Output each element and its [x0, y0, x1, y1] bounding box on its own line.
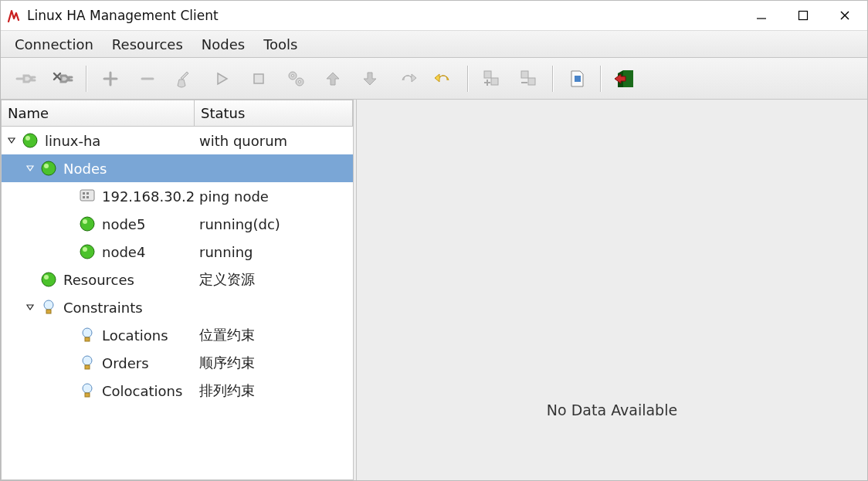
add-button[interactable]: [95, 63, 126, 94]
svg-rect-18: [484, 71, 491, 78]
tree-label: Locations: [102, 327, 168, 344]
tree-status: with quorum: [199, 133, 287, 149]
settings-button[interactable]: [280, 63, 311, 94]
expander-icon[interactable]: [25, 302, 36, 313]
tree-row-constraints[interactable]: Constraints: [2, 293, 353, 321]
tree-label: Constraints: [63, 300, 143, 316]
tree-status: running: [199, 244, 253, 260]
tree-status: running(dc): [199, 216, 280, 232]
svg-point-40: [42, 273, 56, 286]
group-remove-button[interactable]: [514, 63, 544, 94]
tree-row-locations[interactable]: Locations 位置约束: [2, 321, 353, 349]
svg-point-30: [44, 164, 49, 168]
tree-label: Orders: [102, 355, 149, 371]
document-button[interactable]: [561, 63, 592, 94]
expander-placeholder: [63, 191, 74, 202]
svg-point-38: [80, 245, 94, 259]
tree-row-resources[interactable]: Resources 定义资源: [2, 266, 353, 293]
lightbulb-icon: [39, 297, 59, 317]
connect-button[interactable]: [10, 63, 41, 94]
svg-point-15: [292, 74, 294, 76]
tree: linux-ha with quorum Nodes: [2, 127, 353, 479]
svg-rect-23: [528, 78, 535, 85]
expander-placeholder: [63, 330, 74, 340]
app-window: Linux HA Management Client Connection Re…: [0, 0, 868, 481]
svg-rect-49: [85, 393, 90, 397]
toolbar: [1, 58, 867, 100]
svg-point-41: [44, 275, 49, 279]
svg-rect-34: [83, 196, 85, 198]
expander-placeholder: [63, 246, 74, 257]
tree-row-node5[interactable]: node5 running(dc): [2, 210, 353, 238]
svg-rect-35: [86, 196, 89, 198]
details-panel: No Data Available: [356, 100, 867, 480]
start-button[interactable]: [206, 63, 237, 94]
redo-button[interactable]: [392, 63, 422, 94]
remove-button[interactable]: [132, 63, 163, 94]
tree-row-cluster[interactable]: linux-ha with quorum: [2, 127, 353, 154]
lightbulb-icon: [77, 381, 97, 401]
tree-label: Nodes: [63, 161, 107, 177]
tree-label: Colocations: [102, 383, 182, 399]
menu-connection[interactable]: Connection: [5, 32, 103, 57]
window-title: Linux HA Management Client: [27, 8, 751, 23]
tree-status: 排列约束: [199, 381, 255, 400]
down-button[interactable]: [354, 63, 385, 94]
clean-button[interactable]: [169, 63, 200, 94]
toolbar-separator: [467, 66, 469, 92]
svg-rect-47: [85, 365, 90, 369]
svg-rect-1: [799, 12, 808, 20]
disconnect-button[interactable]: [47, 63, 78, 94]
tree-row-ping-node[interactable]: 192.168.30.2 ping node: [2, 182, 353, 210]
tree-header: Name Status: [2, 100, 353, 127]
menubar: Connection Resources Nodes Tools: [1, 30, 867, 58]
stop-button[interactable]: [243, 63, 274, 94]
status-green-icon: [39, 269, 59, 290]
close-button[interactable]: [835, 5, 855, 25]
menu-resources[interactable]: Resources: [103, 32, 192, 57]
svg-point-28: [25, 136, 30, 141]
status-green-icon: [77, 242, 97, 262]
svg-point-37: [83, 219, 87, 224]
column-name[interactable]: Name: [2, 100, 195, 126]
minimize-button[interactable]: [751, 5, 771, 25]
expander-placeholder: [63, 385, 74, 396]
undo-button[interactable]: [429, 63, 459, 94]
tree-label: 192.168.30.2: [102, 188, 195, 205]
up-button[interactable]: [317, 63, 348, 94]
svg-rect-31: [80, 190, 94, 201]
column-status[interactable]: Status: [195, 100, 353, 126]
tree-row-nodes[interactable]: Nodes: [2, 154, 353, 182]
tree-label: Resources: [63, 272, 134, 288]
svg-point-36: [80, 217, 94, 231]
group-add-button[interactable]: [476, 63, 507, 94]
svg-rect-45: [85, 337, 90, 341]
network-icon: [77, 186, 97, 206]
app-icon: [7, 8, 22, 23]
svg-rect-22: [521, 71, 528, 78]
menu-nodes[interactable]: Nodes: [192, 32, 254, 57]
tree-status: 位置约束: [199, 326, 255, 344]
svg-rect-19: [491, 78, 498, 85]
maximize-button[interactable]: [793, 5, 813, 25]
menu-tools[interactable]: Tools: [254, 32, 307, 57]
expander-placeholder: [63, 357, 74, 368]
tree-row-orders[interactable]: Orders 顺序约束: [2, 349, 353, 377]
tree-row-node4[interactable]: node4 running: [2, 238, 353, 266]
svg-rect-13: [254, 74, 263, 83]
toolbar-separator: [600, 66, 602, 92]
status-green-icon: [39, 158, 59, 178]
exit-button[interactable]: [609, 63, 640, 94]
lightbulb-icon: [77, 353, 97, 373]
expander-icon[interactable]: [6, 135, 17, 146]
content: Name Status linux-ha with quorum: [1, 100, 867, 480]
expander-icon[interactable]: [25, 163, 36, 174]
svg-point-48: [83, 384, 92, 393]
svg-point-42: [44, 300, 53, 310]
svg-point-17: [299, 80, 301, 83]
status-green-icon: [20, 130, 40, 151]
expander-placeholder: [25, 274, 36, 285]
tree-row-colocations[interactable]: Colocations 排列约束: [2, 377, 353, 405]
empty-placeholder: No Data Available: [547, 401, 677, 418]
expander-placeholder: [63, 218, 74, 229]
